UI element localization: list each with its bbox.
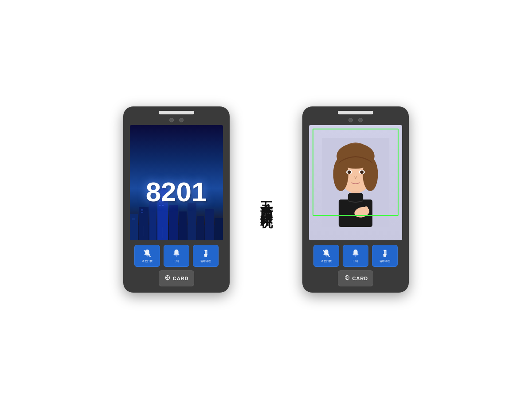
btn-bell-right[interactable]: 门铃 [343, 245, 368, 267]
main-scene: 8201 请勿打扰 [0, 0, 532, 399]
svg-point-45 [353, 254, 358, 256]
dnd-icon-left [142, 249, 152, 258]
btn-clean-left[interactable]: 请即清理 [193, 245, 219, 267]
product-name: 五寸人脸门牌一体机 [256, 192, 276, 207]
svg-rect-5 [141, 212, 143, 213]
room-number-left: 8201 [146, 176, 207, 207]
product-name-text: 五寸人脸门牌一体机 [256, 192, 276, 207]
btn-bell-label-left: 门铃 [174, 259, 179, 263]
svg-rect-16 [169, 205, 178, 240]
camera-dot-1 [169, 118, 174, 122]
screen-right [309, 125, 402, 240]
card-reader-left[interactable]: CARD [159, 270, 194, 286]
clean-icon-left [201, 249, 211, 258]
cameras-right [348, 118, 363, 122]
svg-rect-48 [386, 250, 387, 254]
screen-left: 8201 [130, 125, 223, 240]
face-detection-frame [313, 129, 399, 216]
card-icon-right [344, 275, 351, 282]
btn-dnd-label-right: 请勿打扰 [321, 259, 332, 263]
svg-rect-20 [205, 209, 214, 240]
card-label-left: CARD [173, 276, 189, 281]
clean-icon-right [380, 249, 390, 258]
svg-rect-3 [139, 207, 149, 240]
bell-icon-left [172, 249, 181, 258]
btn-bell-left[interactable]: 门铃 [164, 245, 189, 267]
btn-clean-label-right: 请即清理 [379, 259, 390, 263]
bell-icon-right [351, 249, 360, 258]
svg-rect-17 [179, 211, 187, 240]
svg-rect-18 [188, 203, 196, 240]
device-right: 请勿打扰 门铃 [302, 106, 409, 293]
svg-rect-47 [384, 250, 386, 254]
device-left-bottom: 请勿打扰 门铃 [129, 243, 224, 286]
button-row-right: 请勿打扰 门铃 [308, 245, 403, 267]
camera-dot-4 [358, 118, 363, 122]
svg-rect-1 [130, 214, 138, 240]
btn-bell-label-right: 门铃 [353, 259, 358, 263]
svg-rect-21 [215, 218, 223, 240]
btn-clean-label-left: 请即清理 [200, 259, 211, 263]
cameras-left [169, 118, 184, 122]
device-left: 8201 请勿打扰 [123, 106, 230, 293]
svg-rect-28 [206, 250, 207, 254]
device-right-bottom: 请勿打扰 门铃 [308, 243, 403, 286]
card-icon-left [164, 275, 171, 282]
btn-dnd-left[interactable]: 请勿打扰 [134, 245, 160, 267]
top-bar-right [338, 111, 373, 114]
svg-rect-4 [141, 209, 143, 211]
camera-dot-3 [348, 118, 353, 122]
top-bar-left [159, 111, 194, 114]
camera-dot-2 [179, 118, 184, 122]
svg-point-25 [174, 254, 179, 256]
btn-dnd-label-left: 请勿打扰 [142, 259, 153, 263]
svg-rect-27 [205, 250, 207, 254]
card-reader-right[interactable]: CARD [338, 270, 373, 286]
card-label-right: CARD [352, 276, 368, 281]
btn-clean-right[interactable]: 请即清理 [372, 245, 398, 267]
dnd-icon-right [321, 249, 331, 258]
btn-dnd-right[interactable]: 请勿打扰 [313, 245, 339, 267]
button-row-left: 请勿打扰 门铃 [129, 245, 224, 267]
svg-rect-2 [132, 218, 135, 220]
svg-rect-19 [197, 216, 204, 240]
